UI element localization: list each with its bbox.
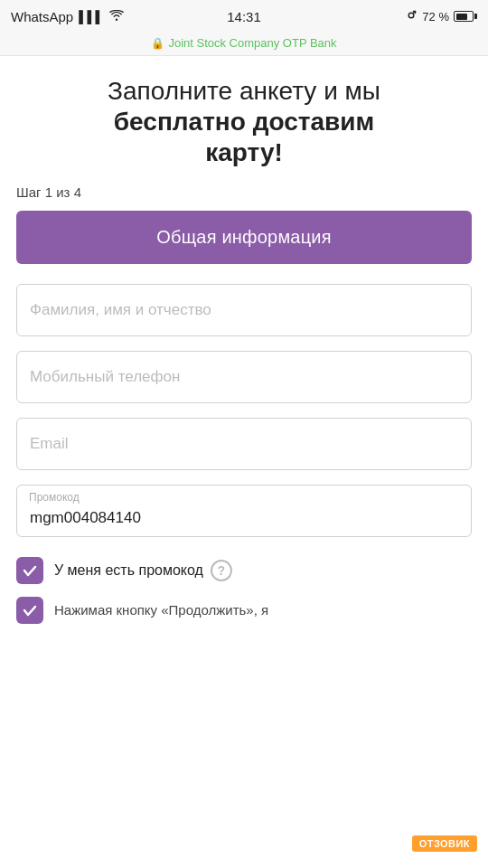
- promo-label: Промокод: [29, 491, 80, 504]
- status-left: WhatsApp ▌▌▌: [11, 9, 124, 24]
- app-name: WhatsApp: [11, 9, 73, 24]
- promo-checkbox[interactable]: [16, 557, 43, 584]
- headline-line1: Заполните анкету и мы: [108, 77, 380, 105]
- headline-line3: карту!: [205, 138, 283, 166]
- step-label: Шаг 1 из 4: [16, 184, 472, 200]
- ssl-lock-icon: 🔒: [151, 37, 164, 50]
- headline-line2: бесплатно доставим: [114, 108, 374, 136]
- signal-icon: ▌▌▌: [79, 10, 104, 24]
- phone-input[interactable]: [16, 351, 472, 403]
- promo-input[interactable]: [16, 485, 472, 537]
- bank-name: Joint Stock Company OTP Bank: [168, 36, 336, 50]
- battery-percent: 72 %: [422, 10, 449, 24]
- status-time: 14:31: [227, 9, 261, 24]
- section-button[interactable]: Общая информация: [16, 211, 472, 264]
- question-badge[interactable]: ?: [211, 560, 232, 581]
- lock-rotation-icon: [405, 9, 418, 24]
- terms-checkbox[interactable]: [16, 597, 43, 624]
- email-input[interactable]: [16, 418, 472, 470]
- promo-wrapper: Промокод: [16, 485, 472, 537]
- main-content: Заполните анкету и мы бесплатно доставим…: [0, 56, 488, 642]
- terms-checkbox-row: Нажимая кнопку «Продолжить», я: [16, 597, 472, 624]
- promo-checkbox-row: У меня есть промокод ?: [16, 557, 472, 584]
- status-bar: WhatsApp ▌▌▌ 14:31 72 %: [0, 0, 488, 33]
- terms-label: Нажимая кнопку «Продолжить», я: [54, 601, 268, 619]
- bank-bar-content: 🔒 Joint Stock Company OTP Bank: [9, 36, 479, 50]
- status-right: 72 %: [405, 9, 477, 24]
- fullname-input[interactable]: [16, 284, 472, 336]
- battery-icon: [454, 11, 477, 22]
- promo-checkbox-label: У меня есть промокод ?: [54, 560, 232, 581]
- headline: Заполните анкету и мы бесплатно доставим…: [16, 76, 472, 168]
- watermark: ОТЗОВИК: [412, 835, 477, 852]
- wifi-icon: [109, 10, 124, 24]
- bank-bar: 🔒 Joint Stock Company OTP Bank: [0, 33, 488, 56]
